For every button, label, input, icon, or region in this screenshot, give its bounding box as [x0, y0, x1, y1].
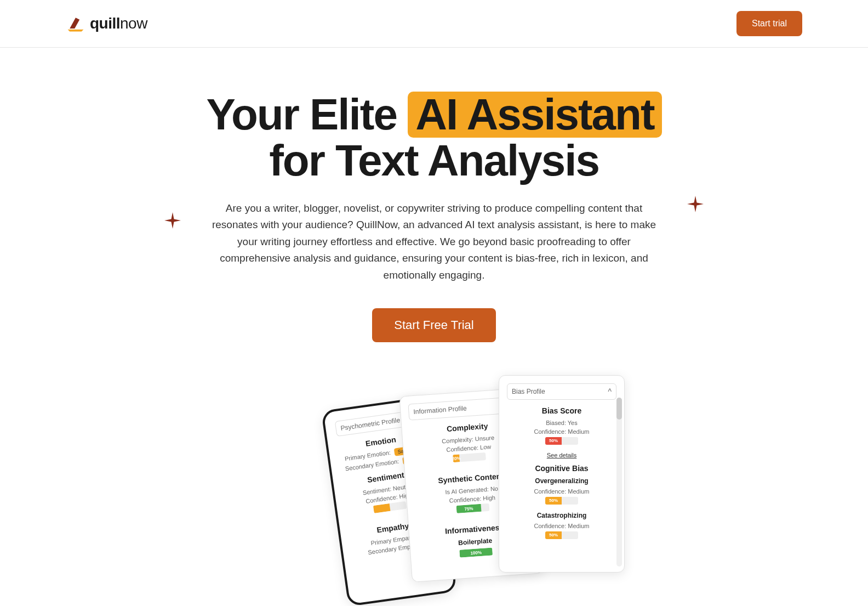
- info-header-text: Information Profile: [413, 404, 467, 416]
- catastrophizing: Catastrophizing: [507, 512, 616, 519]
- cognitive-bias-title: Cognitive Bias: [507, 464, 616, 473]
- progress-50-1: 50%: [545, 497, 562, 505]
- title-highlight: AI Assistant: [408, 92, 661, 138]
- bias-score-title: Bias Score: [507, 406, 616, 415]
- hero-description: Are you a writer, blogger, novelist, or …: [209, 200, 659, 284]
- confidence-medium-1: Confidence: Medium: [507, 428, 616, 435]
- progress-20: 20%: [453, 454, 460, 462]
- title-part-1: Your Elite: [206, 90, 408, 139]
- logo[interactable]: quillnow: [66, 14, 147, 33]
- biased-yes: Biased: Yes: [507, 420, 616, 426]
- progress-50-red: 50%: [545, 437, 562, 445]
- confidence-medium-3: Confidence: Medium: [507, 523, 616, 529]
- scrollbar: [616, 398, 622, 567]
- hero-section: Your Elite AI Assistant for Text Analysi…: [0, 48, 868, 606]
- product-mockup: Psychometric Profile Emotion Primary Emo…: [66, 370, 802, 589]
- star-decoration-left-icon: [164, 212, 181, 229]
- mockup-bias-card: Bias Profile ^ Bias Score Biased: Yes Co…: [499, 375, 625, 573]
- confidence-medium-2: Confidence: Medium: [507, 488, 616, 495]
- progress-75: 75%: [456, 504, 482, 513]
- quill-logo-icon: [66, 14, 85, 33]
- progress-100: 100%: [459, 548, 493, 558]
- progress-50-2: 50%: [545, 531, 562, 539]
- overgeneralizing: Overgeneralizing: [507, 477, 616, 485]
- title-part-2: for Text Analysis: [269, 136, 599, 185]
- bias-header-text: Bias Profile: [512, 388, 545, 395]
- scrollbar-thumb: [616, 398, 622, 420]
- see-details-link[interactable]: See details: [507, 452, 616, 458]
- phone-header-text: Psychometric Profile: [340, 416, 401, 432]
- logo-light: now: [120, 15, 147, 32]
- hero-title: Your Elite AI Assistant for Text Analysi…: [66, 92, 802, 184]
- logo-bold: quill: [90, 15, 120, 32]
- logo-text: quillnow: [90, 15, 147, 32]
- bias-header: Bias Profile ^: [507, 383, 616, 400]
- site-header: quillnow Start trial: [0, 0, 868, 48]
- star-decoration-right-icon: [687, 196, 704, 212]
- start-trial-button[interactable]: Start trial: [736, 11, 802, 36]
- chevron-up-icon: ^: [608, 387, 612, 396]
- start-free-trial-button[interactable]: Start Free Trial: [372, 308, 495, 342]
